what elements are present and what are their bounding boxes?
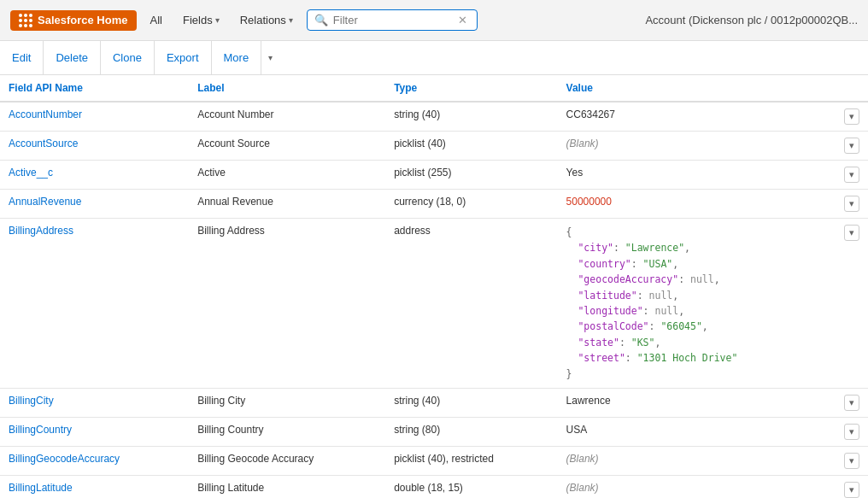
cell-value: { "city": "Lawrence", "country": "USA", … xyxy=(558,219,836,389)
nav-fields-label: Fields xyxy=(183,14,213,26)
row-action-dropdown[interactable]: ▾ xyxy=(844,196,859,212)
edit-button[interactable]: Edit xyxy=(0,41,44,74)
cell-type: string (80) xyxy=(385,417,557,446)
cell-api-name: BillingLatitude xyxy=(0,475,189,498)
cell-dropdown: ▾ xyxy=(836,190,868,219)
cell-value: Lawrence xyxy=(558,388,836,417)
table-row: BillingAddressBilling Addressaddress{ "c… xyxy=(0,219,868,389)
export-button[interactable]: Export xyxy=(155,41,212,74)
cell-api-name: AnnualRevenue xyxy=(0,190,189,219)
cell-label: Account Source xyxy=(189,132,385,161)
search-input[interactable] xyxy=(333,14,453,26)
blank-value: (Blank) xyxy=(566,453,599,465)
nav-relations-chevron: ▾ xyxy=(289,15,293,25)
cell-label: Annual Revenue xyxy=(189,190,385,219)
row-action-dropdown[interactable]: ▾ xyxy=(844,453,859,469)
cell-api-name: BillingCountry xyxy=(0,417,189,446)
cell-dropdown: ▾ xyxy=(836,161,868,190)
cell-api-name: Active__c xyxy=(0,161,189,190)
cell-type: address xyxy=(385,219,557,389)
cell-value: CC634267 xyxy=(558,102,836,132)
row-action-dropdown[interactable]: ▾ xyxy=(844,225,859,241)
row-action-dropdown[interactable]: ▾ xyxy=(844,395,859,411)
cell-api-name: AccountSource xyxy=(0,132,189,161)
top-bar: Salesforce Home All Fields ▾ Relations ▾… xyxy=(0,0,868,41)
search-icon: 🔍 xyxy=(314,14,328,26)
account-title: Account (Dickenson plc / 0012p00002QB... xyxy=(645,14,858,26)
cell-api-name: BillingGeocodeAccuracy xyxy=(0,446,189,475)
cell-label: Billing Country xyxy=(189,417,385,446)
cell-type: string (40) xyxy=(385,102,557,132)
cell-dropdown: ▾ xyxy=(836,417,868,446)
clone-button[interactable]: Clone xyxy=(101,41,155,74)
type-sort[interactable]: Type xyxy=(394,82,417,94)
table-row: AccountNumberAccount Numberstring (40)CC… xyxy=(0,102,868,132)
col-field-api: Field API Name xyxy=(0,75,189,102)
label-sort[interactable]: Label xyxy=(197,82,224,94)
table-row: AccountSourceAccount Sourcepicklist (40)… xyxy=(0,132,868,161)
cell-dropdown: ▾ xyxy=(836,446,868,475)
nav-relations-label: Relations xyxy=(240,14,286,26)
cell-label: Billing Geocode Accuracy xyxy=(189,446,385,475)
nav-relations[interactable]: Relations ▾ xyxy=(233,10,300,30)
cell-dropdown: ▾ xyxy=(836,475,868,498)
row-action-dropdown[interactable]: ▾ xyxy=(844,167,859,183)
cell-value: 50000000 xyxy=(558,190,836,219)
json-value: { "city": "Lawrence", "country": "USA", … xyxy=(566,225,827,382)
cell-label: Active xyxy=(189,161,385,190)
cell-api-name: BillingCity xyxy=(0,388,189,417)
value-sort[interactable]: Value xyxy=(566,82,593,94)
table-row: BillingLatitudeBilling Latitudedouble (1… xyxy=(0,475,868,498)
table-row: AnnualRevenueAnnual Revenuecurrency (18,… xyxy=(0,190,868,219)
table-container: Field API Name Label Type Value AccountN… xyxy=(0,75,868,498)
blank-value: (Blank) xyxy=(566,482,599,494)
search-box: 🔍 ✕ xyxy=(307,9,478,31)
cell-api-name: AccountNumber xyxy=(0,102,189,132)
row-action-dropdown[interactable]: ▾ xyxy=(844,482,859,498)
cell-dropdown: ▾ xyxy=(836,102,868,132)
cell-dropdown: ▾ xyxy=(836,132,868,161)
field-api-sort[interactable]: Field API Name xyxy=(9,82,83,94)
cell-value: (Blank) xyxy=(558,475,836,498)
nav-all-label: All xyxy=(150,14,162,26)
table-row: BillingCountryBilling Countrystring (80)… xyxy=(0,417,868,446)
table-row: BillingCityBilling Citystring (40)Lawren… xyxy=(0,388,868,417)
cell-dropdown: ▾ xyxy=(836,388,868,417)
cell-value: (Blank) xyxy=(558,446,836,475)
cell-type: string (40) xyxy=(385,388,557,417)
table-row: Active__cActivepicklist (255)Yes▾ xyxy=(0,161,868,190)
row-action-dropdown[interactable]: ▾ xyxy=(844,138,859,154)
cell-type: double (18, 15) xyxy=(385,475,557,498)
clear-search-icon[interactable]: ✕ xyxy=(458,14,467,26)
cell-value: Yes xyxy=(558,161,836,190)
col-value: Value xyxy=(558,75,836,102)
app-launcher-icon xyxy=(19,14,32,27)
cell-api-name: BillingAddress xyxy=(0,219,189,389)
app-launcher[interactable]: Salesforce Home xyxy=(10,10,137,31)
more-dropdown-arrow[interactable]: ▾ xyxy=(261,41,279,74)
blank-value: (Blank) xyxy=(566,138,599,149)
cell-dropdown: ▾ xyxy=(836,219,868,389)
row-action-dropdown[interactable]: ▾ xyxy=(844,108,859,125)
cell-value: USA xyxy=(558,417,836,446)
app-name: Salesforce Home xyxy=(38,14,128,26)
cell-type: currency (18, 0) xyxy=(385,190,557,219)
cell-label: Billing Address xyxy=(189,219,385,389)
action-bar: Edit Delete Clone Export More ▾ xyxy=(0,41,868,75)
more-button[interactable]: More xyxy=(212,41,261,74)
delete-button[interactable]: Delete xyxy=(44,41,101,74)
fields-table: Field API Name Label Type Value AccountN… xyxy=(0,75,868,498)
cell-type: picklist (255) xyxy=(385,161,557,190)
cell-type: picklist (40) xyxy=(385,132,557,161)
cell-label: Billing City xyxy=(189,388,385,417)
nav-all[interactable]: All xyxy=(144,10,169,30)
nav-fields-chevron: ▾ xyxy=(215,15,220,25)
cell-label: Account Number xyxy=(189,102,385,132)
cell-value: (Blank) xyxy=(558,132,836,161)
col-label: Label xyxy=(189,75,385,102)
col-type: Type xyxy=(385,75,557,102)
nav-fields[interactable]: Fields ▾ xyxy=(176,10,226,30)
cell-type: picklist (40), restricted xyxy=(385,446,557,475)
row-action-dropdown[interactable]: ▾ xyxy=(844,424,859,440)
cell-label: Billing Latitude xyxy=(189,475,385,498)
